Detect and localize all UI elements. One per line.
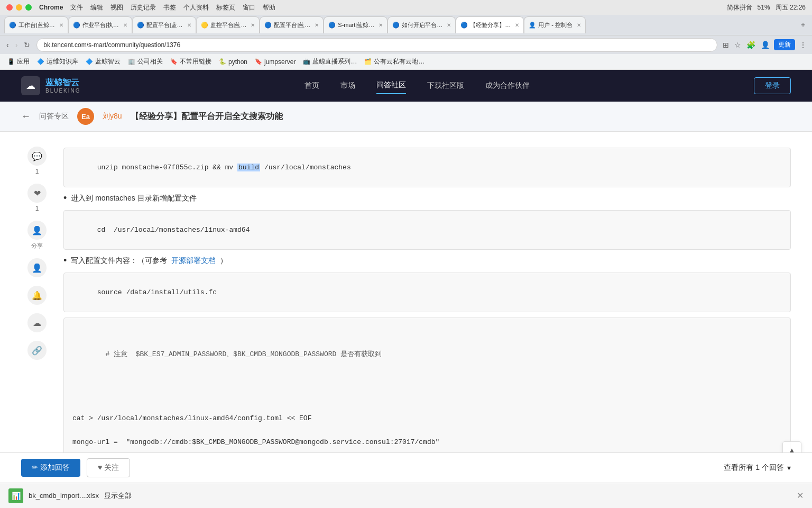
tab-close-4[interactable]: ✕ [251, 22, 255, 28]
bookmark-apps[interactable]: 📱 应用 [4, 56, 33, 67]
star-button[interactable]: ☆ [733, 40, 742, 50]
user-sidebar-item[interactable]: 👤 [27, 258, 47, 277]
bookmark-cloud[interactable]: 🗂️ 公有云私有云地… [361, 56, 428, 67]
download-close-button[interactable]: ✕ [797, 491, 804, 501]
ime-status: 简体拼音 [727, 3, 752, 12]
bookmark-blueking[interactable]: 🔷 蓝鲸智云 [82, 56, 124, 67]
tab-close-6[interactable]: ✕ [379, 22, 383, 28]
nav-market[interactable]: 市场 [340, 78, 355, 94]
tab-label-9: 用户 - 控制台 [538, 21, 573, 29]
cloud-sidebar-item[interactable]: ☁ [27, 313, 47, 332]
tab-close-8[interactable]: ✕ [515, 22, 519, 28]
username-label[interactable]: 刘y8u [103, 112, 122, 121]
tab-7[interactable]: 🔵 如何开启平台… ✕ [387, 16, 456, 33]
comment-sidebar-item[interactable]: 💬 1 [27, 147, 47, 175]
menu-history[interactable]: 历史记录 [131, 3, 156, 12]
menu-window[interactable]: 窗口 [243, 3, 255, 12]
update-button[interactable]: 更新 [774, 39, 795, 50]
minimize-dot[interactable] [16, 4, 22, 11]
menu-help[interactable]: 帮助 [263, 3, 275, 12]
menu-file[interactable]: 文件 [70, 3, 83, 12]
bookmark-python[interactable]: 🐍 python [216, 57, 251, 67]
tab-label-5: 配置平台|蓝… [274, 21, 310, 29]
code-text-1a: unzip monstache-07f855c.zip && mv [97, 164, 237, 171]
tab-close-7[interactable]: ✕ [447, 22, 451, 28]
bookmark-misc-label: 不常用链接 [180, 57, 211, 66]
comment-count: 1 [35, 168, 39, 175]
code-highlight-build: build [237, 164, 260, 171]
bookmark-jumpserver-label: jumpserver [264, 58, 296, 66]
bookmark-ops[interactable]: 🔷 运维知识库 [34, 56, 81, 67]
url-text: bk.tencent.com/s-mart/community/question… [43, 41, 180, 49]
menu-dots-button[interactable]: ⋮ [798, 40, 808, 50]
tab-close-5[interactable]: ✕ [315, 22, 319, 28]
tab-1[interactable]: 🔵 工作台|蓝鲸… ✕ [4, 16, 68, 33]
bookmark-livestream[interactable]: 📺 蓝鲸直播系列… [300, 56, 360, 67]
extension-button[interactable]: 🧩 [745, 40, 756, 50]
maximize-dot[interactable] [25, 4, 32, 11]
code-text-3: source /data/install/utils.fc [97, 288, 217, 296]
nav-home[interactable]: 首页 [304, 78, 319, 94]
python-icon: 🐍 [219, 58, 226, 65]
add-reply-button[interactable]: ✏ 添加回答 [21, 459, 80, 477]
view-answers-button[interactable]: 查看所有 1 个回答 ▾ [724, 463, 791, 473]
window-controls[interactable] [6, 4, 32, 11]
grid-button[interactable]: ⊞ [722, 40, 730, 50]
menu-profile[interactable]: 个人资料 [183, 3, 209, 12]
bookmark-jumpserver[interactable]: 🔖 jumpserver [252, 57, 299, 67]
tab-close-2[interactable]: ✕ [123, 22, 127, 28]
nav-actions: ⊞ ☆ 🧩 👤 更新 ⋮ [722, 39, 808, 50]
tab-close-3[interactable]: ✕ [187, 22, 191, 28]
tab-label-4: 监控平台|蓝… [210, 21, 247, 29]
show-all-button[interactable]: 显示全部 [104, 491, 132, 501]
tab-close-9[interactable]: ✕ [577, 22, 581, 28]
code-block-2: cd /usr/local/monstaches/linux-amd64 [63, 210, 791, 250]
comment-line: # 注意 $BK_ES7_ADMIN_PASSWORD、$BK_CMDB_MON… [72, 341, 782, 367]
bookmark-company-label: 公司相关 [137, 57, 163, 66]
notify-sidebar-item[interactable]: 🔔 [27, 286, 47, 305]
tab-3[interactable]: 🔵 配置平台|蓝… ✕ [132, 16, 196, 33]
share-sidebar-item[interactable]: 👤 分享 [27, 221, 47, 250]
menu-bookmarks[interactable]: 书签 [163, 3, 176, 12]
reload-button[interactable]: ↻ [22, 40, 32, 50]
bookmark-company[interactable]: 🏢 公司相关 [125, 56, 166, 67]
nav-partner[interactable]: 成为合作伙伴 [485, 78, 530, 94]
logo-sub-text: BLUEKING [45, 88, 81, 94]
avatar: Ea [77, 108, 94, 125]
tab-6[interactable]: 🔵 S-mart|蓝鲸… ✕ [324, 16, 387, 33]
new-tab-button[interactable]: ＋ [798, 19, 808, 31]
menu-chrome[interactable]: Chrome [39, 4, 63, 11]
open-source-doc-link[interactable]: 开源部署文档 [171, 256, 216, 266]
close-dot[interactable] [6, 4, 13, 11]
login-button[interactable]: 登录 [754, 77, 791, 94]
bullet-item-1: • 进入到 monstaches 目录新增配置文件 [63, 194, 791, 204]
tab-2[interactable]: 🔵 作业平台|执… ✕ [68, 16, 132, 33]
livestream-icon: 📺 [303, 58, 310, 65]
bookmark-misc[interactable]: 🔖 不常用链接 [167, 56, 215, 67]
tab-9[interactable]: 👤 用户 - 控制台 ✕ [524, 16, 586, 33]
site-logo[interactable]: ☁ 蓝鲸智云 BLUEKING [21, 76, 81, 95]
menu-tabs[interactable]: 标签页 [216, 3, 235, 12]
tab-4[interactable]: 🟡 监控平台|蓝… ✕ [196, 16, 260, 33]
tab-label-2: 作业平台|执… [82, 21, 119, 29]
nav-download[interactable]: 下载社区版 [427, 78, 464, 94]
profile-button[interactable]: 👤 [760, 40, 771, 50]
bullet-text-2b: ） [220, 256, 227, 266]
section-label: 问答专区 [39, 112, 69, 121]
link-sidebar-item[interactable]: 🔗 [27, 341, 47, 360]
menu-edit[interactable]: 编辑 [90, 3, 103, 12]
forward-button[interactable]: › [13, 40, 20, 50]
menu-view[interactable]: 视图 [110, 3, 123, 12]
back-button[interactable]: ‹ [4, 40, 11, 50]
like-sidebar-item[interactable]: ❤ 1 [27, 184, 47, 212]
code-block-1: unzip monstache-07f855c.zip && mv build … [63, 148, 791, 187]
url-bar[interactable]: bk.tencent.com/s-mart/community/question… [36, 38, 717, 52]
cloud-sidebar-icon: ☁ [27, 313, 47, 332]
tab-8[interactable]: 🔵 【经验分享】… ✕ [456, 16, 524, 33]
follow-button[interactable]: ♥ 关注 [87, 458, 130, 477]
back-arrow-button[interactable]: ← [21, 111, 31, 122]
notify-sidebar-icon: 🔔 [27, 286, 47, 305]
nav-qa[interactable]: 问答社区 [376, 77, 406, 94]
tab-5[interactable]: 🔵 配置平台|蓝… ✕ [260, 16, 324, 33]
tab-close-1[interactable]: ✕ [59, 22, 63, 28]
